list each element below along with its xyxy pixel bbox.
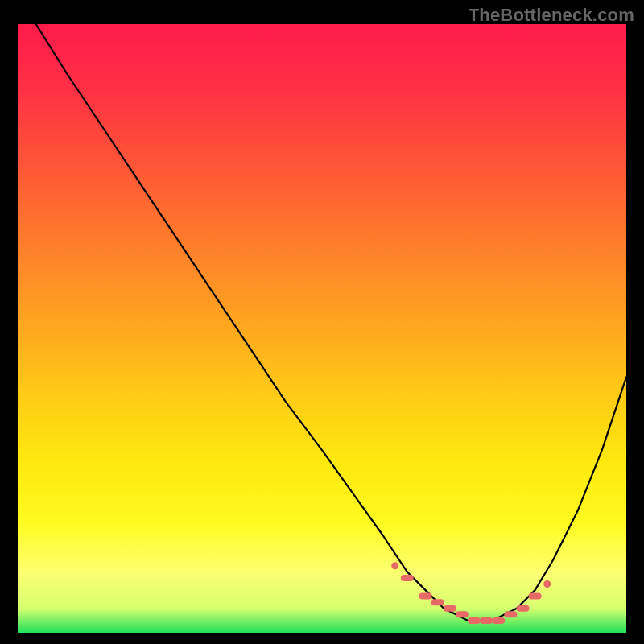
- valley-marker: [444, 605, 456, 612]
- watermark-text: TheBottleneck.com: [469, 5, 634, 26]
- chart-svg: [18, 24, 626, 633]
- valley-marker: [517, 605, 530, 612]
- valley-marker: [419, 593, 432, 600]
- valley-marker: [529, 593, 542, 600]
- valley-marker: [504, 611, 517, 617]
- valley-marker: [456, 611, 469, 617]
- valley-marker-dot: [391, 562, 398, 569]
- valley-marker: [492, 617, 505, 624]
- valley-marker: [468, 617, 481, 624]
- valley-marker: [431, 599, 444, 605]
- valley-marker: [401, 575, 414, 581]
- valley-marker-dot: [543, 580, 551, 588]
- chart-container: TheBottleneck.com: [0, 0, 644, 644]
- valley-marker: [480, 617, 493, 624]
- gradient-background: [18, 24, 626, 633]
- plot-area: [18, 24, 626, 633]
